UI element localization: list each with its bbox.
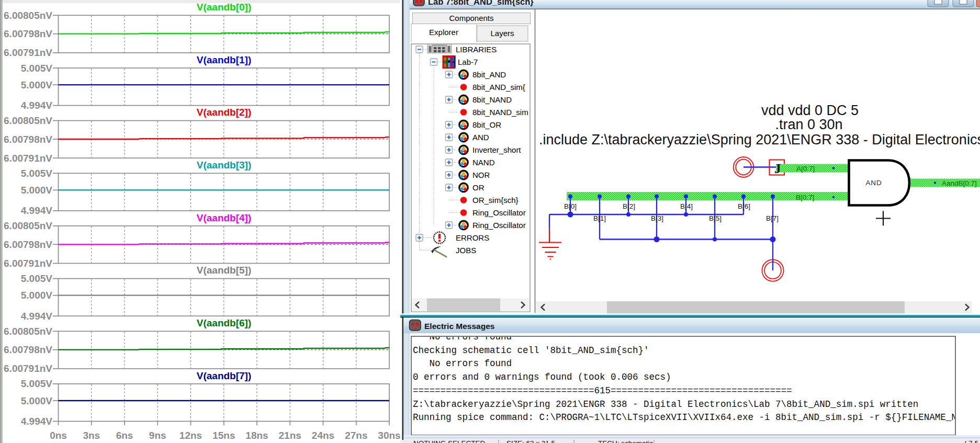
svg-text:NOTHING SELECTED: NOTHING SELECTED (413, 439, 486, 443)
svg-text:6.00798nV: 6.00798nV (4, 134, 52, 145)
svg-text:V(aandb[2]): V(aandb[2]) (197, 107, 252, 118)
svg-text:6.00791nV: 6.00791nV (4, 47, 52, 58)
svg-text:B[7]: B[7] (766, 214, 779, 222)
svg-text:6.00805nV: 6.00805nV (4, 115, 52, 126)
svg-text:ERRORS: ERRORS (456, 233, 489, 242)
svg-text:AandB[0:7]: AandB[0:7] (942, 179, 977, 187)
svg-text:30ns: 30ns (378, 430, 400, 441)
svg-text:Explorer: Explorer (429, 28, 458, 37)
svg-text:V(aandb[4]): V(aandb[4]) (197, 212, 252, 223)
svg-text:SIZE: 63 x 31.5: SIZE: 63 x 31.5 (506, 439, 555, 443)
svg-text:8bit_AND: 8bit_AND (472, 70, 506, 79)
svg-text:Lab 7:8bit_AND_sim{sch}: Lab 7:8bit_AND_sim{sch} (428, 0, 534, 6)
svg-text:5.000V: 5.000V (21, 290, 53, 301)
svg-text:Ring_Oscillator: Ring_Oscillator (472, 208, 526, 217)
svg-text:12ns: 12ns (179, 430, 202, 441)
svg-text:Inverter_short: Inverter_short (472, 145, 521, 154)
svg-text:Ring_Oscillator: Ring_Oscillator (472, 221, 526, 230)
svg-text:6.00805nV: 6.00805nV (4, 10, 52, 21)
svg-text:21ns: 21ns (279, 430, 301, 441)
svg-text:V(aandb[1]): V(aandb[1]) (197, 54, 252, 65)
svg-text:Lab-7: Lab-7 (458, 58, 478, 66)
svg-text:V(aandb[7]): V(aandb[7]) (197, 370, 252, 381)
svg-text:B[0]: B[0] (564, 202, 577, 210)
svg-text:V(aandb[3]): V(aandb[3]) (197, 160, 252, 171)
svg-text:27ns: 27ns (345, 430, 367, 441)
svg-text:9ns: 9ns (149, 430, 166, 441)
svg-text:AND: AND (866, 179, 882, 187)
svg-text:Z:\tabrackeryazzie\Spring 2021: Z:\tabrackeryazzie\Spring 2021\ENGR 338 … (413, 399, 918, 410)
svg-text:B[3]: B[3] (651, 214, 663, 222)
svg-text:6.00798nV: 6.00798nV (4, 28, 52, 39)
svg-text:8bit_AND_sim{: 8bit_AND_sim{ (472, 83, 525, 92)
svg-text:6.00798nV: 6.00798nV (4, 344, 52, 355)
svg-text:No errors found: No errors found (413, 358, 512, 369)
svg-text:Components: Components (449, 14, 493, 22)
svg-text:6.00791nV: 6.00791nV (4, 153, 52, 164)
svg-text:5.000V: 5.000V (21, 79, 53, 90)
svg-text:B[2]: B[2] (623, 202, 635, 210)
svg-text:24ns: 24ns (312, 430, 334, 441)
svg-text:Electric Messages: Electric Messages (424, 322, 494, 331)
svg-text:5.005V: 5.005V (21, 168, 53, 179)
svg-text:NAND: NAND (472, 158, 495, 167)
svg-text:TECH: schematic: TECH: schematic (598, 439, 653, 443)
svg-text:OR_sim{sch}: OR_sim{sch} (472, 196, 519, 205)
svg-text:5.000V: 5.000V (21, 185, 53, 196)
svg-text:8bit_OR: 8bit_OR (472, 120, 501, 129)
svg-text:NOR: NOR (472, 171, 490, 179)
svg-text:18ns: 18ns (245, 430, 268, 441)
svg-text:( 7.5: ( 7.5 (964, 439, 978, 443)
svg-text:5.005V: 5.005V (21, 378, 53, 389)
svg-text:5.005V: 5.005V (21, 63, 53, 74)
svg-text:6ns: 6ns (116, 430, 133, 441)
svg-text:LIBRARIES: LIBRARIES (456, 45, 497, 54)
svg-text:5.005V: 5.005V (21, 273, 53, 284)
svg-text:6.00798nV: 6.00798nV (4, 239, 52, 250)
svg-text:6.00791nV: 6.00791nV (4, 363, 52, 374)
svg-text:4.994V: 4.994V (21, 205, 53, 216)
svg-text:6.00791nV: 6.00791nV (4, 258, 52, 269)
svg-text:V(aandb[0]): V(aandb[0]) (197, 2, 252, 13)
svg-text:Checking schematic cell '8bit_: Checking schematic cell '8bit_AND_sim{sc… (413, 345, 649, 356)
svg-text:6.00805nV: 6.00805nV (4, 220, 52, 231)
svg-text:JOBS: JOBS (456, 246, 476, 255)
svg-text:8bit_NAND: 8bit_NAND (472, 95, 512, 104)
svg-text:5.000V: 5.000V (21, 395, 53, 406)
svg-text:A[0:7]: A[0:7] (796, 165, 815, 173)
svg-text:vdd vdd 0 DC 5: vdd vdd 0 DC 5 (761, 103, 859, 118)
svg-text:6.00805nV: 6.00805nV (4, 326, 52, 337)
svg-text:AND: AND (472, 133, 489, 142)
svg-text:V(aandb[5]): V(aandb[5]) (197, 265, 252, 276)
svg-text:Layers: Layers (490, 29, 514, 38)
svg-text:B[0:7]: B[0:7] (796, 194, 814, 201)
svg-text:8bit_NAND_sim: 8bit_NAND_sim (472, 108, 528, 117)
svg-text:Running spice command: C:\PROG: Running spice command: C:\PROGRA~1\LTC\L… (413, 412, 980, 423)
svg-text:B[5]: B[5] (709, 214, 722, 222)
svg-text:4.994V: 4.994V (21, 416, 53, 427)
svg-text:B[4]: B[4] (680, 202, 693, 210)
svg-text:B[6]: B[6] (738, 202, 750, 210)
svg-text:.tran 0 30n: .tran 0 30n (775, 117, 842, 132)
svg-text:B[1]: B[1] (593, 214, 606, 222)
svg-text:V(aandb[6]): V(aandb[6]) (197, 317, 252, 328)
svg-text:OR: OR (472, 183, 485, 192)
svg-text:4.994V: 4.994V (21, 311, 53, 322)
svg-text:15ns: 15ns (212, 430, 235, 441)
svg-text:3ns: 3ns (83, 430, 100, 441)
svg-text:0 errors and 0 warnings found: 0 errors and 0 warnings found (took 0.00… (413, 372, 671, 382)
svg-text:==============================: =================================615====… (413, 385, 792, 396)
svg-text:.include Z:\tabrackeryazzie\Sp: .include Z:\tabrackeryazzie\Spring 2021\… (539, 132, 980, 147)
svg-text:J: J (774, 162, 781, 176)
svg-text:4.994V: 4.994V (21, 100, 53, 111)
svg-text:0ns: 0ns (50, 430, 67, 441)
